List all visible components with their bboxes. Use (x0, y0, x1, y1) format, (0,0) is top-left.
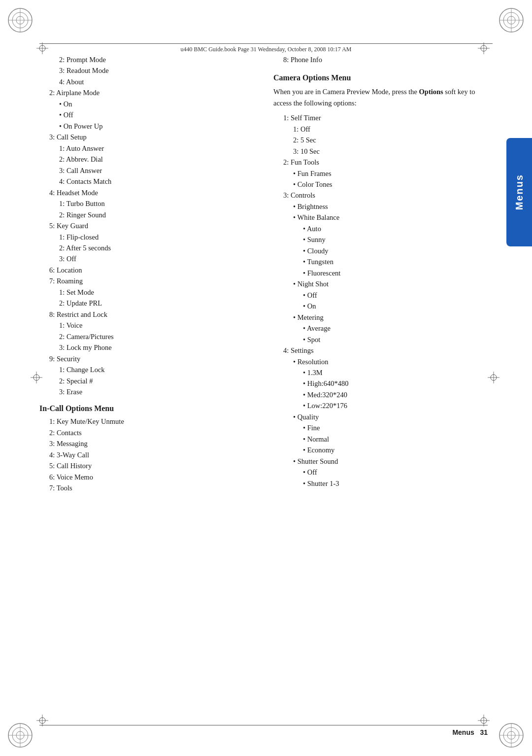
list-item: 3: Controls (273, 190, 488, 201)
list-item: • Off (273, 467, 488, 478)
list-item: 2: 5 Sec (273, 135, 488, 145)
list-item: 1: Flip-closed (39, 232, 254, 242)
list-item: 5: Key Guard (39, 220, 254, 231)
list-item: 3: 10 Sec (273, 146, 488, 157)
list-item: • Auto (273, 223, 488, 234)
list-item: • Shutter Sound (273, 456, 488, 467)
list-item: • Sunny (273, 234, 488, 245)
list-item: 2: Contacts (39, 427, 254, 438)
list-item: 1: Voice (39, 320, 254, 331)
list-item: • Metering (273, 312, 488, 323)
main-content: 2: Prompt Mode3: Readout Mode4: About2: … (39, 54, 488, 717)
list-item: 3: Lock my Phone (39, 342, 254, 353)
list-item: • Average (273, 323, 488, 334)
list-item: 2: Abbrev. Dial (39, 154, 254, 165)
list-item: • Fun Frames (273, 168, 488, 179)
list-item: • Med:320*240 (273, 389, 488, 400)
camera-intro: When you are in Camera Preview Mode, pre… (273, 86, 488, 108)
list-item: • White Balance (273, 212, 488, 223)
list-item: 1: Key Mute/Key Unmute (39, 416, 254, 427)
list-item: 2: Fun Tools (273, 157, 488, 168)
camera-options-heading: Camera Options Menu (273, 72, 488, 84)
list-item: 3: Off (39, 253, 254, 264)
list-item: • 1.3M (273, 367, 488, 378)
list-item: 6: Location (39, 265, 254, 275)
list-item: 4: Headset Mode (39, 187, 254, 198)
list-item: 2: Prompt Mode (39, 54, 254, 65)
right-content-area: 1: Self Timer1: Off2: 5 Sec3: 10 Sec2: F… (273, 112, 488, 489)
list-item: 9: Security (39, 353, 254, 364)
list-item: • Cloudy (273, 245, 488, 256)
list-item: 5: Call History (39, 460, 254, 471)
footer: Menus 31 (39, 725, 488, 736)
list-item: 7: Tools (39, 482, 254, 493)
list-item: 4: Settings (273, 345, 488, 356)
list-item: 4: Contacts Match (39, 176, 254, 187)
list-item: 1: Auto Answer (39, 143, 254, 154)
list-item: • Night Shot (273, 278, 488, 289)
list-item: 7: Roaming (39, 275, 254, 286)
list-item: • Off (39, 109, 254, 120)
list-item: • Resolution (273, 356, 488, 367)
list-item: 3: Erase (39, 386, 254, 397)
list-item: 3: Call Setup (39, 132, 254, 142)
list-item: • Fluorescent (273, 268, 488, 278)
right-column: 8: Phone Info Camera Options Menu When y… (264, 54, 488, 717)
list-item: 1: Self Timer (273, 112, 488, 123)
header: u440 BMC Guide.book Page 31 Wednesday, O… (39, 43, 493, 53)
list-item: • Quality (273, 412, 488, 422)
list-item: • Spot (273, 334, 488, 345)
list-item: 6: Voice Memo (39, 472, 254, 482)
list-item: 2: Camera/Pictures (39, 331, 254, 342)
corner-decoration-tr (498, 7, 525, 34)
phone-info-line: 8: Phone Info (273, 54, 488, 65)
list-item: • Off (273, 290, 488, 301)
list-item: • Shutter 1-3 (273, 478, 488, 489)
list-item: • Fine (273, 422, 488, 433)
list-item: 2: Update PRL (39, 298, 254, 309)
list-item: 3: Call Answer (39, 165, 254, 176)
side-tab: Menus (506, 138, 532, 246)
list-item: • On Power Up (39, 121, 254, 132)
list-item: In-Call Options Menu (39, 403, 254, 415)
list-item: 2: After 5 seconds (39, 242, 254, 253)
crosshair-right-mid (487, 371, 500, 384)
list-item: 1: Change Lock (39, 364, 254, 375)
list-item: • Brightness (273, 201, 488, 212)
left-content-area: 2: Prompt Mode3: Readout Mode4: About2: … (39, 54, 254, 494)
list-item: 2: Special # (39, 376, 254, 386)
list-item: • Normal (273, 434, 488, 445)
list-item: 4: About (39, 76, 254, 87)
list-item: • Color Tones (273, 179, 488, 190)
side-tab-label: Menus (514, 174, 525, 210)
header-text: u440 BMC Guide.book Page 31 Wednesday, O… (180, 46, 351, 53)
list-item: 1: Set Mode (39, 287, 254, 298)
list-item: • On (39, 99, 254, 109)
corner-decoration-br (498, 722, 525, 749)
corner-decoration-bl (7, 722, 34, 749)
list-item: 1: Turbo Button (39, 198, 254, 209)
list-item: • High:640*480 (273, 378, 488, 389)
list-item: 8: Restrict and Lock (39, 309, 254, 320)
list-item: • Economy (273, 445, 488, 455)
list-item: 3: Readout Mode (39, 65, 254, 76)
list-item: 3: Messaging (39, 438, 254, 449)
corner-decoration-tl (7, 7, 34, 34)
footer-label: Menus 31 (452, 728, 488, 736)
list-item: 4: 3-Way Call (39, 449, 254, 460)
list-item: 2: Ringer Sound (39, 209, 254, 220)
list-item: 2: Airplane Mode (39, 87, 254, 98)
list-item: • Tungsten (273, 256, 488, 267)
list-item: • On (273, 301, 488, 311)
list-item: 1: Off (273, 124, 488, 135)
left-column: 2: Prompt Mode3: Readout Mode4: About2: … (39, 54, 264, 717)
list-item: • Low:220*176 (273, 400, 488, 411)
